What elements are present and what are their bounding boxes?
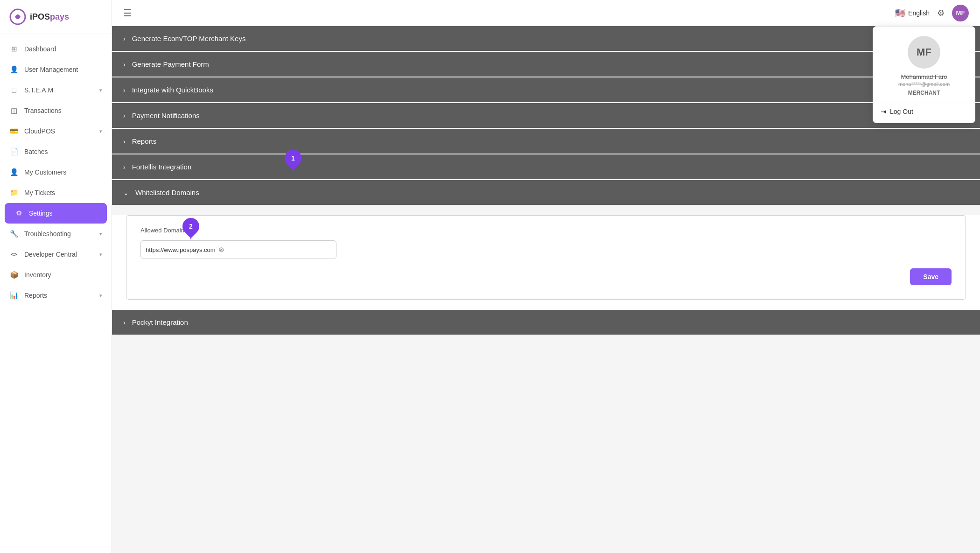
domain-tag-value: https://www.ipospays.com (146, 246, 216, 253)
app-name: iPOSpays (30, 12, 69, 22)
sidebar-item-label: CloudPOS (24, 127, 55, 135)
accordion-label: Generate Payment Form (132, 60, 209, 68)
accordion-quickbooks[interactable]: › Integrate with QuickBooks (112, 77, 980, 103)
logout-button[interactable]: ⇥ Log Out (881, 108, 913, 115)
logout-label: Log Out (890, 108, 913, 115)
avatar[interactable]: MF (952, 5, 969, 21)
domain-tags-container[interactable]: https://www.ipospays.com ⊗ (140, 240, 336, 259)
sidebar-item-label: Reports (24, 292, 47, 299)
sidebar-item-my-customers[interactable]: 👤 My Customers (0, 162, 112, 182)
chevron-right-icon: › (123, 319, 126, 326)
main-area: ☰ 🇺🇸 English ⚙ MF › Generate Ecom/TOP Me… (112, 0, 980, 553)
topbar-left: ☰ (123, 7, 132, 19)
accordion-label: Integrate with QuickBooks (132, 86, 213, 94)
developer-central-icon: <> (9, 250, 19, 259)
settings-icon: ⚙ (14, 209, 23, 218)
my-tickets-icon: 📁 (9, 188, 19, 197)
accordion-label: Fortellis Integration (132, 163, 192, 171)
chevron-down-icon: ▾ (99, 87, 102, 93)
sidebar-item-troubleshooting[interactable]: 🔧 Troubleshooting ▾ (0, 224, 112, 244)
sidebar-item-label: My Tickets (24, 189, 55, 196)
allowed-domains-label: Allowed Domains (140, 227, 952, 234)
accordion-reports[interactable]: › Reports (112, 129, 980, 154)
content-area: › Generate Ecom/TOP Merchant Keys › Gene… (112, 26, 980, 553)
batches-icon: 📄 (9, 147, 19, 156)
domain-tag-remove-icon[interactable]: ⊗ (218, 245, 224, 254)
sidebar-nav: ⊞ Dashboard 👤 User Management □ S.T.E.A.… (0, 34, 112, 553)
my-customers-icon: 👤 (9, 168, 19, 177)
troubleshooting-icon: 🔧 (9, 229, 19, 238)
topbar-right: 🇺🇸 English ⚙ MF (895, 5, 969, 21)
chevron-right-icon: › (123, 35, 126, 42)
sidebar: iPOSpays ⊞ Dashboard 👤 User Management □… (0, 0, 112, 553)
topbar: ☰ 🇺🇸 English ⚙ MF (112, 0, 980, 26)
sidebar-item-label: Inventory (24, 271, 51, 279)
sidebar-item-inventory[interactable]: 📦 Inventory (0, 265, 112, 285)
sidebar-item-batches[interactable]: 📄 Batches (0, 141, 112, 162)
language-label: English (908, 9, 930, 17)
sidebar-item-user-management[interactable]: 👤 User Management (0, 59, 112, 80)
popup-avatar: MF (908, 36, 940, 69)
accordion-payment-form[interactable]: › Generate Payment Form (112, 52, 980, 77)
popup-user-name: Mohammad Faro (901, 73, 947, 80)
domain-tag: https://www.ipospays.com ⊗ (146, 245, 224, 254)
sidebar-item-label: Batches (24, 148, 48, 155)
steam-icon: □ (9, 85, 19, 95)
accordion-label: Pockyt Integration (132, 318, 188, 326)
chevron-down-icon: ▾ (99, 231, 102, 237)
sidebar-item-label: My Customers (24, 168, 66, 176)
sidebar-item-label: Troubleshooting (24, 230, 71, 238)
chevron-down-icon: ▾ (99, 252, 102, 258)
sidebar-item-settings[interactable]: ⚙ Settings (5, 203, 107, 224)
allowed-domains-box: Allowed Domains https://www.ipospays.com… (126, 215, 966, 300)
logo-icon (9, 8, 26, 25)
accordion-pockyt[interactable]: › Pockyt Integration (112, 310, 980, 336)
chevron-down-icon: ▾ (99, 128, 102, 134)
chevron-right-icon: › (123, 138, 126, 145)
accordion-label: Payment Notifications (132, 112, 200, 119)
save-button[interactable]: Save (910, 268, 952, 285)
save-btn-row: Save (140, 268, 952, 285)
sidebar-item-label: Settings (29, 210, 53, 217)
transactions-icon: ◫ (9, 106, 19, 115)
sidebar-item-label: User Management (24, 66, 78, 73)
accordion-fortellis[interactable]: › Fortellis Integration (112, 154, 980, 180)
sidebar-item-dashboard[interactable]: ⊞ Dashboard (0, 39, 112, 59)
accordion-label: Reports (132, 137, 157, 145)
chevron-down-icon: ▾ (99, 293, 102, 299)
profile-popup: MF Mohammad Faro moha*****@gmail.com MER… (873, 26, 975, 123)
fortellis-row-wrap: › Fortellis Integration 1 (112, 154, 980, 180)
accordion-label: Whitelisted Domains (135, 189, 199, 196)
sidebar-item-cloudpos[interactable]: 💳 CloudPOS ▾ (0, 121, 112, 141)
whitelisted-domains-section: Allowed Domains https://www.ipospays.com… (112, 215, 980, 310)
settings-gear-icon[interactable]: ⚙ (937, 8, 945, 18)
accordion-whitelisted-domains[interactable]: ⌄ Whitelisted Domains (112, 180, 980, 206)
dashboard-icon: ⊞ (9, 44, 19, 54)
logout-icon: ⇥ (881, 108, 886, 115)
sidebar-item-transactions[interactable]: ◫ Transactions (0, 100, 112, 121)
chevron-right-icon: › (123, 163, 126, 171)
accordion-payment-notifications[interactable]: › Payment Notifications (112, 103, 980, 129)
sidebar-logo: iPOSpays (0, 0, 112, 34)
cloudpos-icon: 💳 (9, 126, 19, 136)
chevron-right-icon: › (123, 61, 126, 68)
popup-divider (881, 103, 967, 103)
sidebar-item-steam[interactable]: □ S.T.E.A.M ▾ (0, 80, 112, 100)
chevron-right-icon: › (123, 86, 126, 94)
accordion-ecom-keys[interactable]: › Generate Ecom/TOP Merchant Keys (112, 26, 980, 52)
chevron-down-icon: ⌄ (123, 189, 129, 196)
sidebar-item-label: Dashboard (24, 45, 56, 53)
chevron-right-icon: › (123, 112, 126, 119)
flag-icon: 🇺🇸 (895, 8, 905, 18)
sidebar-item-my-tickets[interactable]: 📁 My Tickets (0, 182, 112, 203)
hamburger-menu[interactable]: ☰ (123, 7, 132, 19)
sidebar-item-label: S.T.E.A.M (24, 86, 53, 94)
sidebar-item-developer-central[interactable]: <> Developer Central ▾ (0, 244, 112, 265)
inventory-icon: 📦 (9, 270, 19, 280)
sidebar-item-label: Transactions (24, 107, 62, 114)
sidebar-item-label: Developer Central (24, 251, 77, 258)
settings-page: › Generate Ecom/TOP Merchant Keys › Gene… (112, 26, 980, 553)
sidebar-item-reports[interactable]: 📊 Reports ▾ (0, 285, 112, 306)
domain-input-wrap: https://www.ipospays.com ⊗ 2 (140, 240, 336, 259)
language-selector[interactable]: 🇺🇸 English (895, 8, 930, 18)
